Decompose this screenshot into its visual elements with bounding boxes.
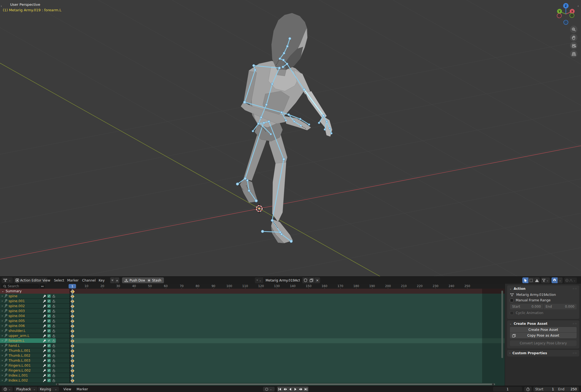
channel-row-spine.005[interactable]: ›spine.005✓ bbox=[0, 318, 70, 323]
channel-row-spine.001[interactable]: ›spine.001✓ bbox=[0, 299, 70, 304]
scrollbar-handle-right[interactable] bbox=[492, 383, 494, 385]
prev-keyframe-button[interactable] bbox=[282, 386, 288, 392]
snap-toggle-button[interactable] bbox=[552, 277, 558, 283]
move-channel-up-button[interactable] bbox=[115, 277, 119, 283]
chevron-right-icon[interactable]: › bbox=[0, 349, 4, 352]
channel-name[interactable]: spine.002 bbox=[9, 304, 25, 308]
create-pose-asset-button[interactable]: Create Pose Asset bbox=[510, 327, 577, 332]
channel-row-spine.006[interactable]: ›spine.006✓ bbox=[0, 323, 70, 328]
channel-enable-checkbox[interactable]: ✓ bbox=[47, 319, 51, 323]
chevron-right-icon[interactable]: › bbox=[0, 319, 4, 323]
channel-name[interactable]: Index.L.001 bbox=[9, 374, 28, 377]
convert-legacy-pose-library-button[interactable]: Convert Legacy Pose Library bbox=[510, 340, 577, 346]
channel-row-forearm.L[interactable]: ›forearm.L✓ bbox=[0, 338, 70, 343]
channel-name[interactable]: spine.004 bbox=[9, 314, 25, 318]
jump-end-button[interactable] bbox=[303, 386, 309, 392]
chevron-right-icon[interactable]: › bbox=[0, 299, 4, 303]
channel-name[interactable]: Thumb.L.003 bbox=[9, 359, 30, 363]
chevron-right-icon[interactable]: › bbox=[0, 379, 4, 382]
channel-enable-checkbox[interactable]: ✓ bbox=[47, 324, 51, 328]
channel-row-Index.L.002[interactable]: ›Index.L.002✓ bbox=[0, 378, 70, 383]
action-name-field[interactable]: Metarig Army.019Action bbox=[263, 277, 302, 283]
horizontal-scrollbar[interactable] bbox=[56, 383, 495, 385]
channel-name[interactable]: spine.001 bbox=[9, 299, 25, 303]
channel-enable-checkbox[interactable]: ✓ bbox=[47, 304, 51, 308]
action-browse-button[interactable]: ⌄ bbox=[255, 277, 263, 283]
keying-popover[interactable]: Keying⌄ bbox=[38, 387, 59, 391]
cyclic-animation-checkbox[interactable] bbox=[510, 311, 514, 315]
channel-enable-checkbox[interactable]: ✓ bbox=[47, 334, 51, 337]
snap-options-button[interactable]: ⌄ bbox=[558, 277, 563, 283]
channel-name[interactable]: spine.005 bbox=[9, 319, 25, 323]
filter-button[interactable]: ⌄ bbox=[541, 277, 550, 283]
channel-name[interactable]: Thumb.L.002 bbox=[9, 354, 30, 358]
chevron-right-icon[interactable]: › bbox=[0, 354, 4, 357]
frame-end-field[interactable]: End250 bbox=[556, 387, 579, 391]
channel-enable-checkbox[interactable]: ✓ bbox=[47, 369, 51, 372]
play-reverse-button[interactable] bbox=[288, 386, 293, 392]
stash-button[interactable]: Stash bbox=[145, 277, 164, 283]
channel-row-spine[interactable]: ›spine✓ bbox=[0, 294, 70, 299]
channel-enable-checkbox[interactable]: ✓ bbox=[47, 379, 51, 382]
menu-key[interactable]: Key bbox=[97, 277, 106, 283]
channel-name[interactable]: Index.L.002 bbox=[9, 379, 28, 382]
action-datablock-row[interactable]: Metarig Army.019Action bbox=[507, 292, 579, 298]
create-pose-asset-header[interactable]: ⌄ Create Pose Asset ⁙⁙ bbox=[507, 320, 579, 327]
channel-grid-divider[interactable] bbox=[70, 284, 71, 383]
chevron-right-icon[interactable]: › bbox=[0, 314, 4, 318]
panel-drag-icon[interactable]: ⁙⁙ bbox=[572, 352, 577, 355]
current-frame-field[interactable]: 1 bbox=[493, 387, 522, 391]
channel-row-Thumb.L.002[interactable]: ›Thumb.L.002✓ bbox=[0, 353, 70, 358]
playhead-line[interactable] bbox=[72, 289, 72, 386]
channel-name[interactable]: Thumb.L.001 bbox=[9, 349, 30, 353]
channel-enable-checkbox[interactable]: ✓ bbox=[47, 354, 51, 357]
axis-gizmo[interactable]: Z Y X bbox=[554, 2, 578, 26]
move-channel-down-button[interactable] bbox=[110, 277, 115, 283]
summary-grid-row[interactable] bbox=[71, 289, 505, 294]
channel-name[interactable]: spine.003 bbox=[9, 309, 25, 313]
channel-name[interactable]: Fingers.L.001 bbox=[9, 364, 31, 367]
panel-drag-icon[interactable]: ⁙⁙ bbox=[572, 322, 577, 325]
chevron-right-icon[interactable]: › bbox=[0, 374, 4, 377]
channel-enable-checkbox[interactable]: ✓ bbox=[47, 364, 51, 367]
chevron-right-icon[interactable]: › bbox=[0, 324, 4, 328]
fake-user-button[interactable] bbox=[302, 277, 308, 283]
only-errors-filter-button[interactable] bbox=[534, 277, 540, 283]
channel-name[interactable]: spine.006 bbox=[9, 324, 25, 328]
channel-name[interactable]: Fingers.L.002 bbox=[9, 369, 31, 372]
current-frame-badge[interactable]: 1 bbox=[69, 284, 76, 288]
timeline-menu-marker[interactable]: Marker bbox=[75, 386, 90, 392]
channel-row-Fingers.L.001[interactable]: ›Fingers.L.001✓ bbox=[0, 363, 70, 368]
channel-enable-checkbox[interactable]: ✓ bbox=[47, 309, 51, 313]
viewport-3d[interactable]: User Perspective (1) Metarig Army.019 : … bbox=[0, 0, 581, 276]
viewport-pan-button[interactable] bbox=[570, 34, 577, 41]
chevron-right-icon[interactable]: › bbox=[0, 339, 4, 342]
menu-channel[interactable]: Channel bbox=[80, 277, 97, 283]
menu-view[interactable]: View bbox=[41, 277, 52, 283]
channel-enable-checkbox[interactable]: ✓ bbox=[47, 344, 51, 347]
channel-row-Thumb.L.001[interactable]: ›Thumb.L.001✓ bbox=[0, 348, 70, 353]
chevron-right-icon[interactable]: › bbox=[0, 344, 4, 347]
channel-row-Fingers.L.002[interactable]: ›Fingers.L.002✓ bbox=[0, 368, 70, 373]
chevron-right-icon[interactable]: › bbox=[0, 294, 4, 298]
panel-drag-icon[interactable]: ⁙⁙ bbox=[572, 287, 577, 290]
chevron-right-icon[interactable]: › bbox=[0, 304, 4, 308]
channel-row-spine.002[interactable]: ›spine.002✓ bbox=[0, 304, 70, 309]
hide-hidden-filter-button[interactable] bbox=[528, 277, 534, 283]
channel-enable-checkbox[interactable]: ✓ bbox=[47, 299, 51, 303]
unlink-action-button[interactable]: × bbox=[315, 277, 320, 283]
chevron-right-icon[interactable]: › bbox=[0, 364, 4, 367]
channel-enable-checkbox[interactable]: ✓ bbox=[47, 374, 51, 377]
channel-summary-row[interactable]: ⌄ Summary bbox=[0, 289, 70, 294]
viewport-zoom-button[interactable] bbox=[570, 26, 577, 33]
channel-name[interactable]: hand.L bbox=[9, 344, 20, 348]
channel-search-input[interactable]: Search bbox=[1, 284, 39, 288]
editor-type-button[interactable]: ⌄ bbox=[2, 277, 13, 283]
manual-frame-range-checkbox[interactable] bbox=[510, 299, 514, 302]
chevron-right-icon[interactable]: › bbox=[0, 309, 4, 313]
scrollbar-handle-left[interactable] bbox=[57, 383, 59, 385]
chevron-right-icon[interactable]: › bbox=[0, 329, 4, 332]
channel-row-Thumb.L.003[interactable]: ›Thumb.L.003✓ bbox=[0, 358, 70, 363]
chevron-right-icon[interactable]: › bbox=[0, 359, 4, 362]
cyclic-animation-row[interactable]: Cyclic Animation bbox=[507, 310, 579, 316]
